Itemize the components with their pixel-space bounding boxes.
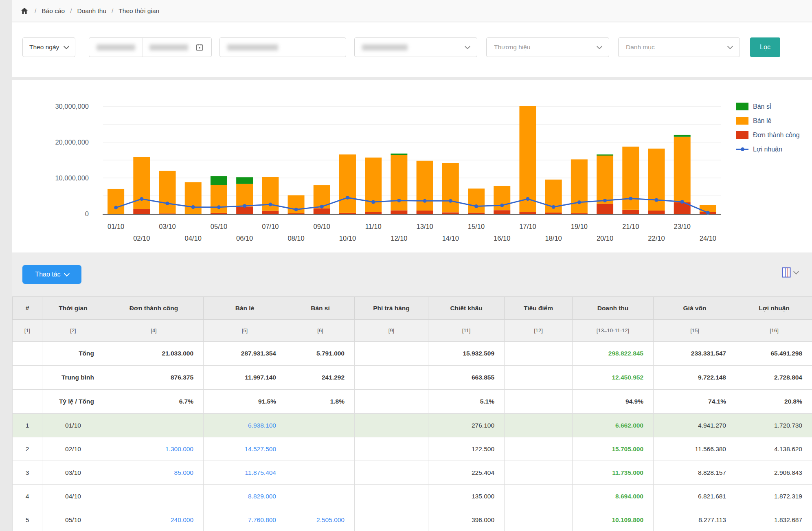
revenue-chart: 010,000,00020,000,00030,000,00001/1002/1… <box>12 80 812 252</box>
cell: 20.8% <box>736 390 812 414</box>
col-index: [6] <box>286 320 355 342</box>
cell-row-number: 4 <box>13 485 42 508</box>
date-range-input[interactable] <box>89 37 212 57</box>
filter-bar: Theo ngày Thương hiệu <box>12 22 812 77</box>
cell-row-number: 5 <box>13 508 42 531</box>
cell: 1.832.687 <box>736 508 812 531</box>
cell: 298.822.845 <box>573 342 654 366</box>
cell: 11.997.140 <box>204 366 286 390</box>
chevron-down-icon <box>727 44 733 49</box>
cell-date: 04/10 <box>42 485 104 508</box>
cell-link[interactable]: 11.875.404 <box>204 461 286 485</box>
cell-link[interactable] <box>286 414 355 437</box>
table-row-total: Tổng 21.033.000 287.931.354 5.791.000 15… <box>13 342 812 366</box>
legend-label: Bán lẻ <box>753 116 802 125</box>
col-index: [12] <box>505 320 573 342</box>
legend-label: Đơn thành công <box>753 131 802 139</box>
column-settings-icon <box>782 267 791 278</box>
filter-button[interactable]: Lọc <box>750 37 780 57</box>
cell: 276.100 <box>428 414 505 437</box>
svg-text:06/10: 06/10 <box>236 235 253 242</box>
cell: 241.292 <box>286 366 355 390</box>
table-row-ratio: Tỷ lệ / Tổng 6.7% 91.5% 1.8% 5.1% 94.9% … <box>13 390 812 414</box>
period-select[interactable]: Theo ngày <box>22 37 75 57</box>
breadcrumb-item-doanh-thu[interactable]: Doanh thu <box>77 7 107 15</box>
cell-link[interactable]: 7.760.800 <box>204 508 286 531</box>
cell <box>505 508 573 531</box>
actions-button[interactable]: Thao tác <box>22 265 81 284</box>
cell: 663.855 <box>428 366 505 390</box>
col-index: [16] <box>736 320 812 342</box>
cell-link[interactable]: 240.000 <box>104 508 204 531</box>
cell: 1.8% <box>286 390 355 414</box>
cell <box>355 485 428 508</box>
cell <box>355 461 428 485</box>
category-select[interactable]: Danh mục <box>618 37 740 57</box>
chevron-down-icon <box>465 44 470 49</box>
cell-link[interactable]: 1.300.000 <box>104 437 204 461</box>
cell: 6.821.681 <box>654 485 736 508</box>
column-settings-control[interactable] <box>782 267 798 278</box>
svg-text:16/10: 16/10 <box>494 235 510 242</box>
col-header: Bán sỉ <box>286 297 355 320</box>
table-index-row: [1] [2] [4] [5] [6] [9] [11] [12] [13=10… <box>13 320 812 342</box>
home-icon[interactable] <box>20 7 29 15</box>
cell-link[interactable] <box>286 461 355 485</box>
svg-text:20,000,000: 20,000,000 <box>55 138 89 146</box>
cell-link[interactable] <box>104 414 204 437</box>
cell: 233.331.547 <box>654 342 736 366</box>
svg-text:30,000,000: 30,000,000 <box>55 103 89 110</box>
chevron-down-icon <box>64 44 69 49</box>
cell-link[interactable]: 2.505.000 <box>286 508 355 531</box>
table-row-average: Trung bình 876.375 11.997.140 241.292 66… <box>13 366 812 390</box>
cell-link[interactable]: 85.000 <box>104 461 204 485</box>
table-row: 3 03/10 85.000 11.875.404 225.404 11.735… <box>13 461 812 485</box>
svg-text:10/10: 10/10 <box>339 235 356 242</box>
cell-row-number: 2 <box>13 437 42 461</box>
cell <box>505 414 573 437</box>
type-select[interactable] <box>354 37 477 57</box>
chevron-down-icon <box>597 44 602 49</box>
col-header: # <box>13 297 42 320</box>
cell <box>505 437 573 461</box>
col-index: [9] <box>355 320 428 342</box>
cell: 8.828.157 <box>654 461 736 485</box>
col-header: Giá vốn <box>654 297 736 320</box>
date-from-redacted <box>97 44 135 50</box>
table-row: 4 04/10 8.829.000 135.000 8.694.000 6.82… <box>13 485 812 508</box>
calendar-icon[interactable] <box>195 43 204 51</box>
brand-select[interactable]: Thương hiệu <box>486 37 609 57</box>
svg-text:09/10: 09/10 <box>314 223 330 230</box>
cell: 4.138.620 <box>736 437 812 461</box>
table-row: 1 01/10 6.938.100 276.100 6.662.000 4.94… <box>13 414 812 437</box>
cell: 91.5% <box>204 390 286 414</box>
cell: 122.500 <box>428 437 505 461</box>
cell-link[interactable] <box>286 437 355 461</box>
cell-link[interactable]: 6.938.100 <box>204 414 286 437</box>
cell-link[interactable]: 14.527.500 <box>204 437 286 461</box>
cell <box>505 461 573 485</box>
date-to-redacted <box>149 44 188 50</box>
cell-link[interactable] <box>104 485 204 508</box>
svg-text:23/10: 23/10 <box>674 223 691 230</box>
cell: 225.404 <box>428 461 505 485</box>
report-table: # Thời gian Đơn thành công Bán lẻ Bán sỉ… <box>12 296 812 531</box>
actions-button-label: Thao tác <box>35 271 60 278</box>
col-index: [4] <box>104 320 204 342</box>
col-index: [11] <box>428 320 505 342</box>
breadcrumb-item-theo-thoi-gian: Theo thời gian <box>119 7 159 15</box>
breadcrumb-item-bao-cao[interactable]: Báo cáo <box>42 7 65 15</box>
svg-text:02/10: 02/10 <box>133 235 150 242</box>
legend-label: Bán sỉ <box>753 102 802 111</box>
cell-link[interactable] <box>286 485 355 508</box>
cell-row-number: 1 <box>13 414 42 437</box>
revenue-report-page: { "breadcrumb": { "separator": "/", "ite… <box>0 0 812 531</box>
cell-link[interactable]: 8.829.000 <box>204 485 286 508</box>
chart-section: 010,000,00020,000,00030,000,00001/1002/1… <box>12 80 812 252</box>
cell: 65.491.298 <box>736 342 812 366</box>
legend-line-marker <box>736 145 748 153</box>
search-product-input[interactable] <box>219 37 346 57</box>
cell: 876.375 <box>104 366 204 390</box>
svg-text:12/10: 12/10 <box>391 235 407 242</box>
chevron-down-icon <box>793 269 799 274</box>
